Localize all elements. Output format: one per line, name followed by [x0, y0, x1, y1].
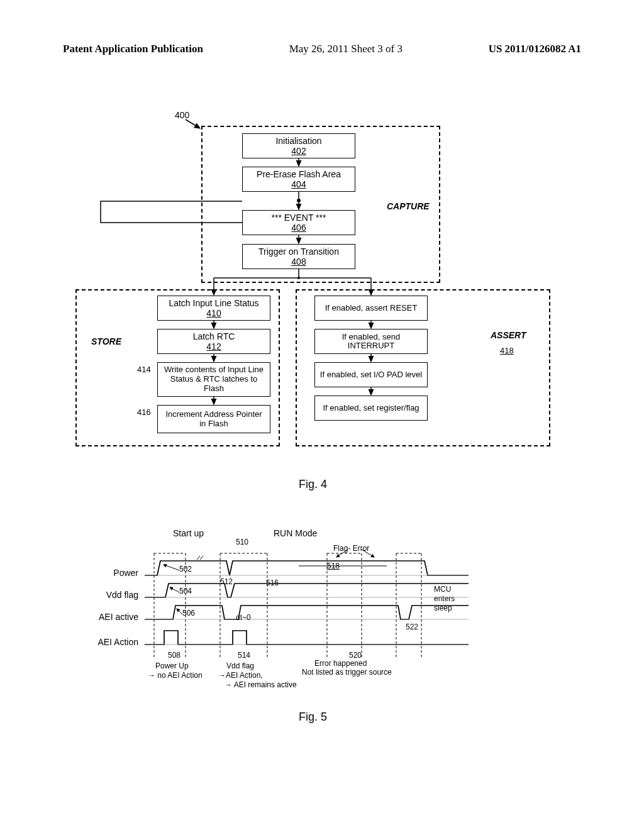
fig5-waveforms [85, 541, 525, 673]
vf3: → AEI remains active [225, 680, 297, 689]
label-runmode: RUN Mode [274, 528, 317, 538]
n522: 522 [406, 622, 418, 631]
pu1: Power Up [155, 661, 189, 670]
figure-5: Start up RUN Mode Power Vdd flag AEI act… [85, 528, 525, 736]
err2: Not listed as trigger source [302, 668, 392, 677]
fig5-caption: Fig. 5 [299, 711, 327, 724]
err1: Error happened [314, 659, 367, 668]
header-left: Patent Application Publication [63, 43, 203, 55]
svg-line-33 [170, 587, 179, 592]
pu2: → no AEI Action [148, 671, 203, 680]
vf1: Vdd flag [226, 661, 254, 670]
page-header: Patent Application Publication May 26, 2… [0, 43, 644, 55]
header-right: US 2011/0126082 A1 [489, 43, 581, 55]
n510: 510 [236, 538, 248, 546]
dt-note: dt~0 [236, 613, 251, 622]
fig4-caption: Fig. 4 [299, 478, 327, 491]
svg-point-14 [297, 199, 301, 202]
header-center: May 26, 2011 Sheet 3 of 3 [289, 43, 402, 55]
n516: 516 [266, 578, 279, 587]
figure-4: 400 CAPTURE STORE ASSERT 418 Initialisat… [63, 101, 579, 484]
n514: 514 [238, 651, 250, 660]
vf2: →AEI Action, [218, 671, 263, 680]
svg-line-0 [186, 119, 200, 128]
svg-line-35 [362, 550, 374, 557]
n502: 502 [179, 565, 192, 573]
label-startup: Start up [173, 528, 204, 538]
svg-point-15 [297, 277, 300, 279]
svg-line-34 [177, 609, 182, 614]
n504: 504 [179, 587, 192, 595]
n512: 512 [220, 577, 233, 586]
svg-line-32 [164, 565, 179, 570]
n506: 506 [182, 609, 195, 617]
n520: 520 [349, 651, 362, 660]
n508: 508 [168, 651, 180, 660]
fig4-arrows [63, 101, 579, 484]
n518: 518 [327, 562, 340, 570]
